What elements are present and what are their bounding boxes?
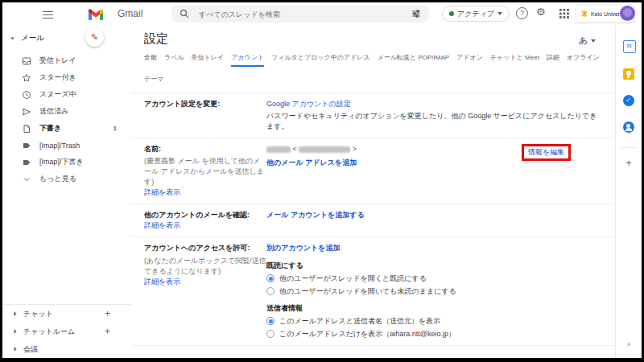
keio-logo-icon <box>581 10 588 17</box>
name-details-link[interactable]: 詳細を表示 <box>144 188 180 196</box>
sidebar-item-drafts[interactable]: 下書き 1 <box>2 120 131 137</box>
tab-offline[interactable]: オフライン <box>567 53 600 67</box>
sidebar-section-mail[interactable]: メール <box>9 33 44 43</box>
tasks-icon[interactable]: ✓ <box>623 95 635 106</box>
tab-advanced[interactable]: 詳細 <box>547 53 559 67</box>
section-label: アカウント設定を変更: <box>144 99 266 132</box>
inbox-icon <box>22 56 31 66</box>
sidebar-mail-label: メール <box>21 33 44 43</box>
get-addons-button[interactable]: + <box>616 158 642 169</box>
edit-info-link[interactable]: 情報を編集 <box>528 148 564 156</box>
sidebar-item-imap-drafts[interactable]: [Imap]/下書き <box>2 154 131 171</box>
add-room-button[interactable]: + <box>105 326 110 337</box>
search-input[interactable] <box>197 5 402 24</box>
compose-button[interactable]: ✎ <box>85 28 104 47</box>
tab-inbox[interactable]: 受信トレイ <box>192 53 225 67</box>
add-chat-button[interactable]: + <box>105 308 110 319</box>
account-avatar[interactable] <box>620 6 635 21</box>
search-bar[interactable] <box>171 5 429 23</box>
tab-addons[interactable]: アドオン <box>456 53 483 67</box>
sidebar-item-sent[interactable]: 送信済み <box>2 103 131 120</box>
settings-main: 設定 あ 全般 ラベル 受信トレイ アカウント フィルタとブロック中のアドレス … <box>131 25 615 358</box>
tab-chat-meet[interactable]: チャットと Meet <box>490 53 539 67</box>
keep-icon[interactable] <box>623 68 635 80</box>
rooms-label: チャットルーム <box>23 327 75 337</box>
sidebar-item-inbox[interactable]: 受信トレイ <box>2 52 131 69</box>
page-title: 設定 <box>144 31 602 47</box>
menu-icon[interactable] <box>43 9 53 18</box>
name-note: (慶應義塾 メール を使用して他のメール アドレスからメールを送信します) <box>144 156 266 187</box>
sidebar-section-meet[interactable]: 会議 <box>2 340 131 358</box>
sidebar-bottom: チャット + チャットルーム + 会議 <box>2 304 131 358</box>
search-options-icon[interactable] <box>411 9 421 19</box>
chevron-down-icon <box>22 175 31 184</box>
bracket: < <box>293 145 297 153</box>
sidebar-item-starred[interactable]: スター付き <box>2 69 131 86</box>
radio-label: 他のユーザーがスレッドを開くと既読にする <box>279 274 427 284</box>
add-mail-account-link[interactable]: メール アカウントを追加する <box>266 211 365 219</box>
radio-label: このメールアドレスだけを表示（aihara.ntt@keio.jp） <box>279 329 456 339</box>
ime-label: あ <box>579 35 588 47</box>
tab-filters[interactable]: フィルタとブロック中のアドレス <box>271 53 370 67</box>
sidebar-item-more[interactable]: もっと見る <box>2 171 131 187</box>
drafts-count: 1 <box>114 125 117 132</box>
chevron-down-icon <box>497 12 502 15</box>
radio-option-mark-read[interactable]: 他のユーザーがスレッドを開くと既読にする <box>266 274 602 284</box>
tab-accounts[interactable]: アカウント <box>231 53 264 67</box>
sidebar-nav: 受信トレイ スター付き スヌーズ中 送信済み 下書き 1 [Imap]/T <box>2 52 131 187</box>
add-another-account-link[interactable]: 別のアカウントを追加 <box>266 244 340 252</box>
send-icon <box>22 107 31 117</box>
chevron-down-icon <box>591 39 596 43</box>
account-change-label: アカウント設定を変更: <box>144 100 220 108</box>
arrow-right-icon <box>10 309 20 319</box>
google-account-settings-link[interactable]: Google アカウントの設定 <box>266 100 351 108</box>
sidebar-item-label: 送信済み <box>39 106 68 117</box>
availability-status-chip[interactable]: アクティブ <box>442 6 510 22</box>
status-label: アクティブ <box>457 9 494 19</box>
sidebar-section-chat[interactable]: チャット + <box>2 305 131 323</box>
redacted-name <box>266 146 291 153</box>
bracket: > <box>353 145 357 153</box>
sidebar-item-imap-trash[interactable]: [Imap]/Trash <box>2 137 131 154</box>
section-content: 別のアカウントを追加 既読にする 他のユーザーがスレッドを開くと既読にする 他の… <box>266 243 602 339</box>
storage-usage: 6.39 GB を使用中 <box>144 357 281 358</box>
radio-option-show-address-only[interactable]: このメールアドレスだけを表示（aihara.ntt@keio.jp） <box>266 329 602 339</box>
chat-label: チャット <box>23 309 53 319</box>
radio-option-show-sender-name[interactable]: このメールアドレスと送信者名（送信元）を表示 <box>266 316 602 327</box>
section-right: 情報を編集 <box>522 144 602 198</box>
radio-option-keep-unread[interactable]: 他のユーザーがスレッドを開いても未読のままにする <box>266 286 602 297</box>
hide-panel-icon[interactable]: › <box>616 339 642 348</box>
section-content: Google アカウントの設定 パスワードやセキュリティのオプションを変更したり… <box>266 99 602 132</box>
section-check-mail: 他のアカウントのメールを確認: 詳細を表示 メール アカウントを追加する <box>131 204 615 237</box>
calendar-icon[interactable]: 31 <box>623 40 635 53</box>
sidebar-item-label: もっと見る <box>39 174 76 184</box>
tab-general[interactable]: 全般 <box>144 53 157 67</box>
radio-unselected-icon[interactable] <box>266 330 275 338</box>
radio-selected-icon[interactable] <box>266 274 275 282</box>
search-icon[interactable] <box>180 9 189 19</box>
arrow-right-icon <box>10 344 20 354</box>
tab-labels[interactable]: ラベル <box>164 53 184 67</box>
radio-unselected-icon[interactable] <box>266 287 275 295</box>
settings-header: 設定 あ <box>131 25 615 50</box>
star-icon <box>22 73 31 83</box>
section-account-change: アカウント設定を変更: Google アカウントの設定 パスワードやセキュリティ… <box>131 93 615 138</box>
grant-access-details-link[interactable]: 詳細を表示 <box>144 278 180 286</box>
check-mail-details-link[interactable]: 詳細を表示 <box>144 221 180 229</box>
tab-forwarding[interactable]: メール転送と POP/IMAP <box>378 53 449 67</box>
section-grant-access: アカウントへのアクセスを許可: (あなたのメールボックスで閲覧/送信できるように… <box>131 237 615 345</box>
google-apps-icon[interactable] <box>559 8 569 19</box>
tab-themes[interactable]: テーマ <box>144 75 163 87</box>
redacted-email <box>299 146 350 153</box>
sidebar-section-rooms[interactable]: チャットルーム + <box>2 323 131 340</box>
radio-selected-icon[interactable] <box>266 317 275 325</box>
help-icon[interactable]: ? <box>516 7 528 19</box>
settings-tabs: 全般 ラベル 受信トレイ アカウント フィルタとブロック中のアドレス メール転送… <box>131 50 615 93</box>
settings-gear-icon[interactable]: ⚙ <box>536 6 546 18</box>
contacts-icon[interactable] <box>623 121 635 133</box>
add-email-address-link[interactable]: 他のメール アドレスを追加 <box>266 158 357 167</box>
gmail-logo-icon <box>87 7 105 20</box>
section-content: < > 他のメール アドレスを追加 <box>266 144 522 198</box>
input-method-indicator[interactable]: あ <box>579 35 596 47</box>
sidebar-item-snoozed[interactable]: スヌーズ中 <box>2 86 131 103</box>
